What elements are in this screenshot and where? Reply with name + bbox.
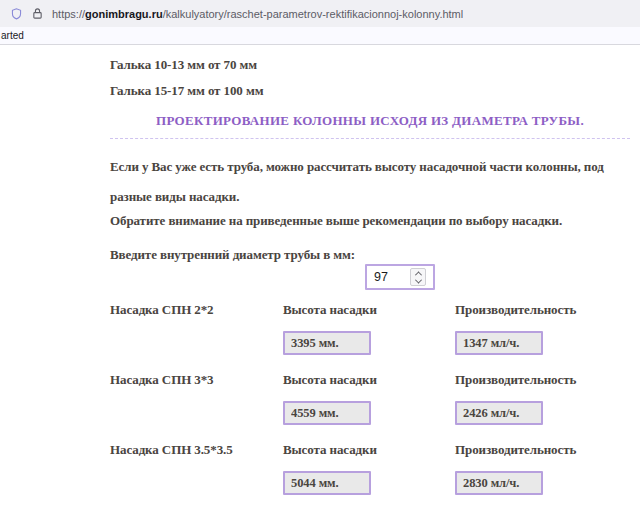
height-column-label: Высота насадки: [283, 442, 455, 457]
url-scheme: https://: [52, 8, 85, 20]
bookmarks-bar: arted: [0, 27, 640, 45]
diameter-input[interactable]: [365, 264, 435, 290]
height-value-field[interactable]: [283, 471, 371, 495]
section-divider: [110, 138, 630, 139]
packing-row-spn-3x3: Насадка СПН 3*3 Высота насадки Производи…: [110, 372, 630, 425]
pebble-note-2: Галька 15-17 мм от 100 мм: [110, 83, 630, 98]
page-content: Галька 10-13 мм от 70 мм Галька 15-17 мм…: [0, 57, 640, 495]
diameter-input-field[interactable]: [367, 270, 409, 284]
bookmark-item-partial[interactable]: arted: [1, 30, 24, 41]
packing-name: Насадка СПН 2*2: [110, 302, 283, 355]
url-text[interactable]: https://gonimbragu.ru/kalkulyatory/rasch…: [52, 8, 463, 20]
packing-name: Насадка СПН 3*3: [110, 372, 283, 425]
capacity-column-label: Производительность: [455, 442, 630, 457]
intro-paragraph: Если у Вас уже есть труба, можно рассчит…: [110, 152, 630, 212]
url-domain: gonimbragu.ru: [85, 8, 163, 20]
capacity-column-label: Производительность: [455, 302, 630, 317]
packing-results: Насадка СПН 2*2 Высота насадки Производи…: [110, 302, 630, 495]
url-path: /kalkulyatory/raschet-parametrov-rektifi…: [163, 8, 464, 20]
capacity-column-label: Производительность: [455, 372, 630, 387]
height-column-label: Высота насадки: [283, 302, 455, 317]
packing-row-spn-3.5x3.5: Насадка СПН 3.5*3.5 Высота насадки Произ…: [110, 442, 630, 495]
capacity-value-field[interactable]: [455, 401, 543, 425]
packing-name: Насадка СПН 3.5*3.5: [110, 442, 283, 495]
section-heading: Проектирование колонны исходя из диаметр…: [110, 113, 630, 129]
lock-icon[interactable]: [32, 7, 43, 20]
height-value-field[interactable]: [283, 401, 371, 425]
height-value-field[interactable]: [283, 331, 371, 355]
browser-address-bar[interactable]: https://gonimbragu.ru/kalkulyatory/rasch…: [0, 0, 640, 27]
capacity-value-field[interactable]: [455, 331, 543, 355]
chevron-down-icon[interactable]: [414, 276, 421, 283]
height-column-label: Высота насадки: [283, 372, 455, 387]
note-paragraph: Обратите внимание на приведенные выше ре…: [110, 206, 630, 236]
pebble-note-1: Галька 10-13 мм от 70 мм: [110, 57, 630, 72]
packing-row-spn-2x2: Насадка СПН 2*2 Высота насадки Производи…: [110, 302, 630, 355]
capacity-value-field[interactable]: [455, 471, 543, 495]
diameter-label: Введите внутренний диаметр трубы в мм:: [110, 247, 630, 262]
shield-icon[interactable]: [10, 7, 23, 21]
diameter-input-row: [110, 264, 630, 290]
number-spinner[interactable]: [410, 268, 426, 286]
